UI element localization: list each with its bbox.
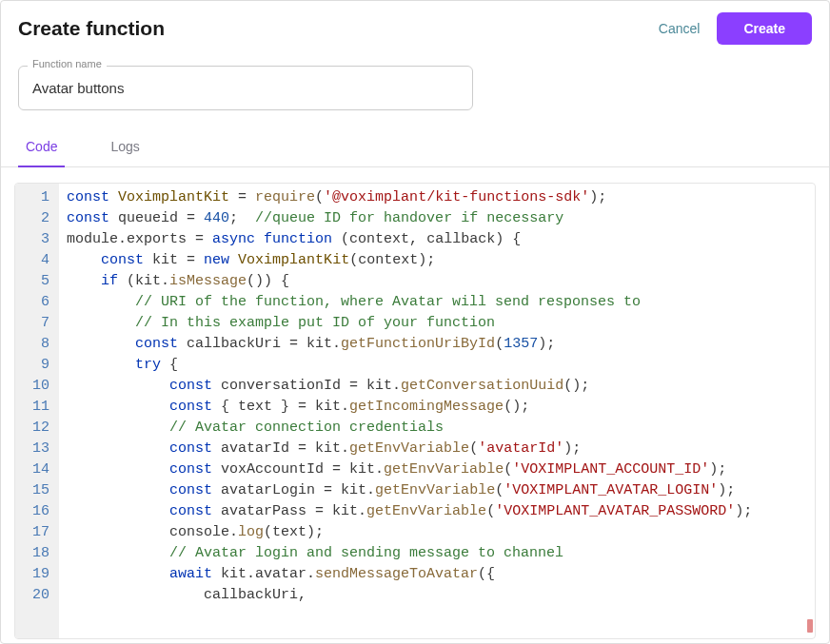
line-number: 9	[15, 355, 59, 376]
code-line[interactable]: if (kit.isMessage()) {	[67, 271, 815, 292]
line-number: 20	[15, 585, 59, 606]
line-number: 12	[15, 418, 59, 439]
code-line[interactable]: const queueid = 440; //queue ID for hand…	[67, 208, 815, 229]
code-line[interactable]: const avatarId = kit.getEnvVariable('ava…	[67, 439, 815, 459]
line-number: 11	[15, 397, 59, 418]
code-line[interactable]: // Avatar connection credentials	[67, 418, 815, 439]
dialog-header: Create function Cancel Create	[1, 1, 829, 54]
cancel-button[interactable]: Cancel	[659, 21, 701, 36]
code-line[interactable]: try {	[67, 355, 815, 376]
line-number: 19	[15, 564, 59, 585]
line-number: 5	[15, 271, 59, 292]
code-line[interactable]: callbackUri,	[67, 585, 815, 606]
line-number: 17	[15, 522, 59, 543]
line-number: 15	[15, 480, 59, 501]
function-name-input[interactable]	[18, 66, 473, 110]
line-number: 6	[15, 292, 59, 313]
code-line[interactable]: // In this example put ID of your functi…	[67, 313, 815, 334]
line-number: 10	[15, 376, 59, 397]
code-area[interactable]: const VoximplantKit = require('@voximpla…	[59, 184, 815, 638]
line-number: 4	[15, 250, 59, 271]
line-number: 1	[15, 187, 59, 208]
code-line[interactable]: const kit = new VoximplantKit(context);	[67, 250, 815, 271]
line-number: 13	[15, 439, 59, 459]
page-title: Create function	[18, 17, 165, 40]
scroll-marker	[807, 619, 813, 633]
line-number: 8	[15, 334, 59, 355]
header-actions: Cancel Create	[659, 12, 812, 45]
code-line[interactable]: const { text } = kit.getIncomingMessage(…	[67, 397, 815, 418]
function-name-field: Function name	[18, 66, 473, 110]
code-line[interactable]: module.exports = async function (context…	[67, 229, 815, 250]
code-line[interactable]: console.log(text);	[67, 522, 815, 543]
line-number: 14	[15, 459, 59, 480]
code-editor[interactable]: 1234567891011121314151617181920 const Vo…	[14, 183, 816, 639]
function-name-label: Function name	[28, 58, 107, 69]
code-line[interactable]: const callbackUri = kit.getFunctionUriBy…	[67, 334, 815, 355]
line-number: 7	[15, 313, 59, 334]
line-number: 3	[15, 229, 59, 250]
code-line[interactable]: const voxAccountId = kit.getEnvVariable(…	[67, 459, 815, 480]
line-number: 2	[15, 208, 59, 229]
code-line[interactable]: const conversationId = kit.getConversati…	[67, 376, 815, 397]
tabs: Code Logs	[1, 129, 829, 167]
tab-code[interactable]: Code	[18, 129, 65, 167]
code-line[interactable]: await kit.avatar.sendMessageToAvatar({	[67, 564, 815, 585]
editor-container: 1234567891011121314151617181920 const Vo…	[1, 167, 829, 643]
tab-logs[interactable]: Logs	[103, 129, 147, 167]
code-line[interactable]: const avatarPass = kit.getEnvVariable('V…	[67, 501, 815, 522]
line-number: 16	[15, 501, 59, 522]
code-line[interactable]: // Avatar login and sending message to c…	[67, 543, 815, 564]
line-number-gutter: 1234567891011121314151617181920	[15, 184, 59, 638]
code-line[interactable]: // URI of the function, where Avatar wil…	[67, 292, 815, 313]
code-line[interactable]: const avatarLogin = kit.getEnvVariable('…	[67, 480, 815, 501]
function-name-field-wrap: Function name	[1, 54, 829, 114]
create-button[interactable]: Create	[717, 12, 812, 45]
line-number: 18	[15, 543, 59, 564]
code-line[interactable]: const VoximplantKit = require('@voximpla…	[67, 187, 815, 208]
